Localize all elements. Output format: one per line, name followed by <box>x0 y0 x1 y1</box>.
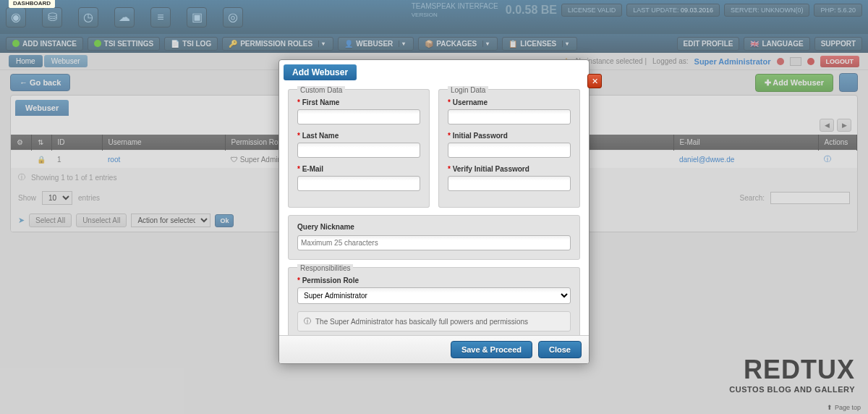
dashboard-tab[interactable]: DASHBOARD <box>9 0 55 8</box>
add-webuser-modal: Add Webuser Custom Data * First Name * L… <box>278 59 590 364</box>
save-proceed-button[interactable]: Save & Proceed <box>451 341 532 358</box>
modal-overlay: Add Webuser Custom Data * First Name * L… <box>0 0 868 414</box>
login-data-legend: Login Data <box>448 86 488 94</box>
close-button[interactable]: Close <box>538 341 582 358</box>
email-label: * E-Mail <box>297 165 420 173</box>
permission-info: ⓘThe Super Administrator has basically f… <box>297 311 571 331</box>
username-label: * Username <box>448 98 571 106</box>
username-input[interactable] <box>448 109 571 124</box>
last-name-input[interactable] <box>297 143 420 158</box>
modal-close-icon[interactable]: ✕ <box>587 74 602 88</box>
verify-password-input[interactable] <box>448 176 571 191</box>
permission-role-select[interactable]: Super Administrator <box>297 287 571 304</box>
query-nickname-input[interactable] <box>297 235 571 250</box>
modal-footer: Save & Proceed Close <box>279 335 589 363</box>
login-data-fieldset: Login Data * Username * Initial Password… <box>438 89 580 208</box>
modal-title: Add Webuser <box>284 64 357 80</box>
initial-password-input[interactable] <box>448 143 571 158</box>
custom-data-legend: Custom Data <box>297 86 345 94</box>
email-input[interactable] <box>297 176 420 191</box>
watermark-logo: REDTUX CUSTOS BLOG AND GALLERY <box>729 355 855 394</box>
query-nickname-section: Query Nickname <box>288 215 580 260</box>
last-name-label: * Last Name <box>297 132 420 140</box>
responsibilities-legend: Responsibilities <box>297 264 353 272</box>
custom-data-fieldset: Custom Data * First Name * Last Name * E… <box>288 89 430 208</box>
responsibilities-fieldset: Responsibilities * Permission Role Super… <box>288 267 580 335</box>
first-name-input[interactable] <box>297 109 420 124</box>
initial-password-label: * Initial Password <box>448 132 571 140</box>
verify-password-label: * Verify Initial Password <box>448 165 571 173</box>
query-nick-label: Query Nickname <box>297 223 571 231</box>
first-name-label: * First Name <box>297 98 420 106</box>
permission-role-label: * Permission Role <box>297 276 571 284</box>
page-top-link[interactable]: ⬆ Page top <box>827 404 861 411</box>
